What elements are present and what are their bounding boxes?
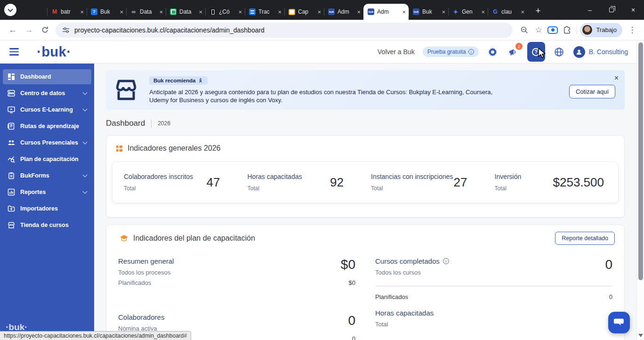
browser-tab-active[interactable]: bukAdm× [363,4,409,20]
tab-close-icon[interactable]: × [357,9,361,15]
browser-tab[interactable]: Gclau× [488,4,527,20]
google-icon: G [492,8,499,15]
settings-button[interactable] [487,46,499,58]
general-indicators-card: Indicadores generales 2026 Colaboradores… [106,135,625,218]
tab-close-icon[interactable]: × [402,9,406,15]
resumen-planificados-row: Planificados $0 [118,279,355,286]
person-icon [576,49,582,55]
window-close-button[interactable]: × [622,0,644,20]
forward-button[interactable]: → [21,22,37,38]
chevron-down-icon [8,7,13,12]
buk-icon: buk [368,8,374,15]
browser-tab[interactable]: Data× [166,4,205,20]
browser-tab[interactable]: ¿Có× [205,4,245,20]
chevron-down-icon [83,173,88,178]
scrollbar-down-arrow[interactable] [638,334,643,337]
metric-horas-capacitadas: Horas capacitadasTotal 92 [242,173,366,192]
bookmark-button[interactable]: ☆ [531,23,546,37]
account-menu[interactable]: B. Consulting [573,46,628,58]
browser-tab[interactable]: ✦Gen× [448,4,488,20]
restore-button[interactable] [601,0,622,20]
zoom-button[interactable] [517,23,531,37]
browser-tab[interactable]: Cap× [284,4,324,20]
tab-close-icon[interactable]: × [521,9,524,15]
sidebar-item-cursos-presenciales[interactable]: Cursos Presenciales [3,135,91,150]
browser-menu-button[interactable]: ⋮ [625,23,639,37]
sidebar-item-rutas-de-aprendizaje[interactable]: Rutas de aprendizaje [3,119,91,134]
plan-right-column: Cursos completadosi Todos los cursos 0 P… [375,257,612,340]
store-banner-icon [114,79,138,101]
plan-left-column: Resumen general Todos los procesos $0 Pl… [118,257,355,340]
calendar-icon: 7 [91,8,97,15]
site-settings-icon[interactable] [62,26,70,34]
metric-inversion: InversiónTotal $253.500 [489,173,613,192]
info-icon: i [468,49,474,55]
tab-close-icon[interactable]: × [199,9,202,15]
back-button[interactable]: ← [5,22,21,38]
chat-bubble-icon [613,317,625,328]
globe-icon [554,47,564,57]
rocket-icon [198,78,203,83]
reload-button[interactable] [37,22,53,38]
browser-tab[interactable]: ∞Data× [126,4,166,20]
metric-value: 47 [207,175,236,190]
browser-tab[interactable]: bukBuk× [409,4,448,20]
browser-tab[interactable]: bukAdm× [324,4,363,20]
announcements-button[interactable]: 2 [507,46,519,58]
reload-icon [41,26,49,34]
browser-tab[interactable]: Trac× [245,4,284,20]
breadcrumb-year: 2026 [158,120,170,127]
tab-close-icon[interactable]: × [80,9,84,15]
banner-text-line1: Anticípate al 2026 y asegura contenido p… [149,88,492,96]
language-button[interactable] [553,46,565,58]
dashboard-icon [8,73,15,81]
database-icon [8,89,15,97]
hamburger-menu-button[interactable] [9,48,19,56]
sidebar-item-tienda-de-cursos[interactable]: Tienda de cursos [3,218,91,233]
tab-close-icon[interactable]: × [159,9,163,15]
clipboard-icon [8,172,15,179]
media-control-button[interactable] [546,23,560,37]
chat-widget-button[interactable] [608,312,630,333]
browser-tab[interactable]: 7Buk× [87,4,126,20]
sidebar-item-dashboard[interactable]: Dashboard [3,69,91,84]
cotizar-aqui-button[interactable]: Cotizar aquí [569,85,615,98]
metric-value: $253.500 [553,175,607,190]
tab-search-button[interactable] [4,4,16,16]
cursos-completados-block: Cursos completadosi Todos los cursos 0 [375,257,612,276]
info-icon[interactable]: i [443,258,449,264]
trial-badge[interactable]: Prueba gratuitai [423,47,479,57]
tab-close-icon[interactable]: × [238,9,242,15]
new-tab-button[interactable]: + [531,4,545,18]
minimize-button[interactable]: – [579,0,601,20]
page-scrollbar [636,40,644,340]
tab-close-icon[interactable]: × [120,9,123,15]
sidebar-item-centro-de-datos[interactable]: Centro de datos [3,86,91,101]
browser-tab[interactable]: Mbatr× [47,4,87,20]
metrics-row: Colaboradores inscritosTotal 47 Horas ca… [112,162,619,203]
browser-profile-chip[interactable]: Trabajo [580,23,622,37]
tab-close-icon[interactable]: × [481,9,485,15]
breadcrumb-divider [151,120,152,128]
address-bar[interactable]: proyecto-capacitaciones.buk.cl/capacitac… [56,23,513,38]
banner-close-icon[interactable]: × [614,74,619,82]
sidebar-item-cursos-elearning[interactable]: Cursos E-Learning [3,102,91,117]
plan-chart-icon [8,155,15,163]
extensions-button[interactable] [560,23,574,37]
reporte-detallado-button[interactable]: Reporte detallado [555,232,615,245]
breadcrumb: Dashboard 2026 [106,119,625,128]
tab-close-icon[interactable]: × [278,9,282,15]
sidebar-item-plan-de-capacitacion[interactable]: Plan de capacitación [3,152,91,167]
chevron-down-icon [83,107,88,112]
chevron-down-icon [83,90,88,95]
resumen-value: $0 [341,257,355,276]
tab-close-icon[interactable]: × [317,9,321,15]
tab-close-icon[interactable]: × [442,9,445,15]
volver-a-buk-link[interactable]: Volver a Buk [378,48,415,56]
plan-indicators-card: Indicadores del plan de capacitación Rep… [106,225,625,340]
sidebar-item-reportes[interactable]: Reportes [3,185,91,200]
scrollbar-thumb[interactable] [638,42,643,280]
sidebar-item-importadores[interactable]: Importadores [3,201,91,216]
buk-app: ·buk· Volver a Buk Prueba gratuitai 2 ? [0,40,636,340]
sidebar-item-bukforms[interactable]: BukForms [3,168,91,183]
